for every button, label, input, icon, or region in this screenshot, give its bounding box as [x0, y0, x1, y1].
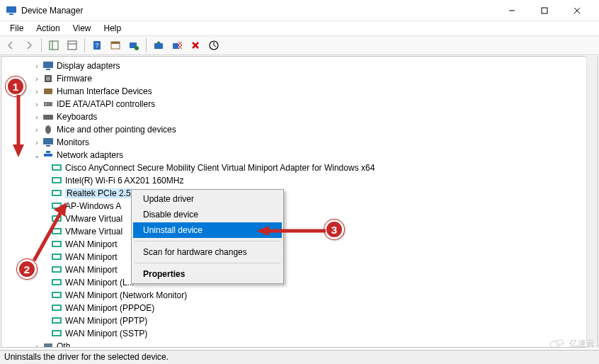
- tree-category[interactable]: ›Human Interface Devices: [1, 85, 598, 98]
- chevron-right-icon[interactable]: ›: [33, 126, 41, 134]
- device-row[interactable]: WAN Miniport (L...: [1, 276, 598, 289]
- network-adapter-icon: [51, 290, 62, 301]
- svg-point-15: [135, 46, 139, 50]
- svg-rect-57: [53, 319, 60, 322]
- tree-category[interactable]: ›IDE ATA/ATAPI controllers: [1, 98, 598, 110]
- device-row[interactable]: VMware Virtual: [1, 212, 598, 225]
- ctx-disable-device[interactable]: Disable device: [133, 207, 282, 222]
- tree-category[interactable]: ›Keyboards: [1, 110, 598, 123]
- app-icon: [6, 5, 17, 16]
- tree-category[interactable]: ›Firmware: [1, 72, 598, 85]
- network-adapter-icon: [51, 328, 62, 339]
- update-driver-button[interactable]: [151, 38, 166, 53]
- device-row-selected[interactable]: Realtek PCIe 2.5: [1, 187, 598, 200]
- svg-rect-24: [44, 102, 52, 106]
- ctx-scan-hardware[interactable]: Scan for hardware changes: [133, 244, 282, 260]
- ctx-separator: [135, 241, 280, 241]
- scan-button[interactable]: [126, 38, 142, 53]
- device-row[interactable]: Cisco AnyConnect Secure Mobility Client …: [1, 161, 598, 174]
- menu-help[interactable]: Help: [98, 22, 127, 35]
- minimize-button[interactable]: [496, 0, 528, 21]
- show-hide-tree-button[interactable]: [46, 38, 62, 53]
- chevron-right-icon[interactable]: ›: [33, 139, 41, 147]
- device-row[interactable]: WAN Miniport (SSTP): [1, 327, 598, 340]
- svg-rect-20: [46, 69, 50, 70]
- storage-icon: [42, 98, 54, 110]
- svg-rect-53: [53, 293, 60, 297]
- svg-rect-6: [50, 41, 58, 50]
- chevron-right-icon[interactable]: ›: [33, 62, 41, 70]
- network-adapter-icon: [51, 188, 62, 199]
- device-label: WAN Miniport (L...: [65, 278, 135, 288]
- uninstall-button[interactable]: [169, 38, 185, 53]
- properties-button[interactable]: [64, 38, 80, 53]
- svg-rect-49: [53, 268, 60, 271]
- monitor-icon: [42, 60, 54, 72]
- maximize-button[interactable]: [528, 0, 561, 21]
- monitor-icon: [42, 137, 54, 148]
- svg-rect-30: [44, 154, 52, 157]
- svg-rect-59: [53, 331, 60, 335]
- category-label: Keyboards: [57, 112, 97, 122]
- device-label: WAN Miniport: [65, 265, 118, 275]
- enable-button[interactable]: [206, 38, 222, 53]
- menu-view[interactable]: View: [67, 22, 97, 35]
- chevron-down-icon[interactable]: ⌄: [33, 152, 41, 159]
- network-adapter-icon: [51, 315, 62, 326]
- device-tree[interactable]: ›Display adapters ›Firmware ›Human Inter…: [1, 56, 598, 348]
- watermark-text: 亿速云: [569, 338, 595, 350]
- device-row[interactable]: WAN Miniport (Network Monitor): [1, 289, 598, 302]
- tree-category-network[interactable]: ⌄Network adapters: [1, 149, 598, 161]
- close-button[interactable]: [561, 0, 593, 21]
- device-label: WAN Miniport (PPPOE): [65, 303, 154, 313]
- device-label: WAN Miniport (PPTP): [65, 316, 147, 326]
- device-row[interactable]: WAN Miniport: [1, 238, 598, 251]
- device-row[interactable]: WAN Miniport (PPTP): [1, 314, 598, 327]
- device-label: AP-Windows A: [65, 201, 121, 211]
- annotation-arrow-2: [30, 200, 72, 265]
- svg-rect-23: [44, 89, 52, 94]
- svg-rect-26: [43, 115, 53, 120]
- annotation-arrow-1: [11, 95, 25, 159]
- toolbar: ?: [0, 35, 599, 55]
- window-title: Device Manager: [21, 6, 496, 16]
- svg-point-25: [45, 103, 47, 105]
- tree-category[interactable]: ›Monitors: [1, 136, 598, 149]
- chevron-right-icon[interactable]: ›: [33, 75, 41, 83]
- device-label: VMware Virtual: [65, 214, 122, 224]
- network-adapter-icon: [51, 162, 62, 174]
- tree-category[interactable]: ›Display adapters: [1, 59, 598, 72]
- disable-button[interactable]: [188, 38, 203, 53]
- device-row[interactable]: WAN Miniport (PPPOE): [1, 302, 598, 314]
- chevron-right-icon[interactable]: ›: [33, 343, 41, 348]
- svg-line-63: [34, 210, 62, 261]
- device-label: WAN Miniport (Network Monitor): [65, 290, 187, 300]
- category-label: Oth: [57, 341, 70, 348]
- watermark: 亿速云: [548, 337, 595, 350]
- back-button[interactable]: [3, 38, 18, 53]
- chevron-right-icon[interactable]: ›: [33, 113, 41, 121]
- help-button[interactable]: ?: [89, 38, 105, 53]
- tree-category[interactable]: ›Oth: [1, 340, 598, 348]
- scrollbar-vertical[interactable]: [586, 56, 598, 348]
- svg-rect-29: [46, 145, 50, 147]
- svg-rect-35: [53, 178, 60, 182]
- ctx-update-driver[interactable]: Update driver: [133, 191, 282, 207]
- device-row[interactable]: WAN Miniport: [1, 263, 598, 276]
- chevron-right-icon[interactable]: ›: [33, 88, 41, 96]
- device-row[interactable]: WAN Miniport: [1, 251, 598, 263]
- menu-file[interactable]: File: [4, 22, 29, 35]
- action-button[interactable]: [108, 38, 123, 53]
- device-row[interactable]: AP-Windows A: [1, 200, 598, 212]
- chevron-right-icon[interactable]: ›: [33, 101, 41, 108]
- svg-rect-60: [44, 343, 52, 348]
- menu-action[interactable]: Action: [30, 22, 65, 35]
- category-label: Monitors: [57, 137, 89, 147]
- forward-button[interactable]: [21, 38, 37, 53]
- device-row[interactable]: Intel(R) Wi-Fi 6 AX201 160MHz: [1, 174, 598, 187]
- category-label: Human Interface Devices: [57, 86, 152, 96]
- tree-category[interactable]: ›Mice and other pointing devices: [1, 123, 598, 136]
- svg-rect-55: [53, 306, 60, 309]
- annotation-bubble-1: 1: [6, 76, 25, 96]
- ctx-properties[interactable]: Properties: [133, 266, 282, 282]
